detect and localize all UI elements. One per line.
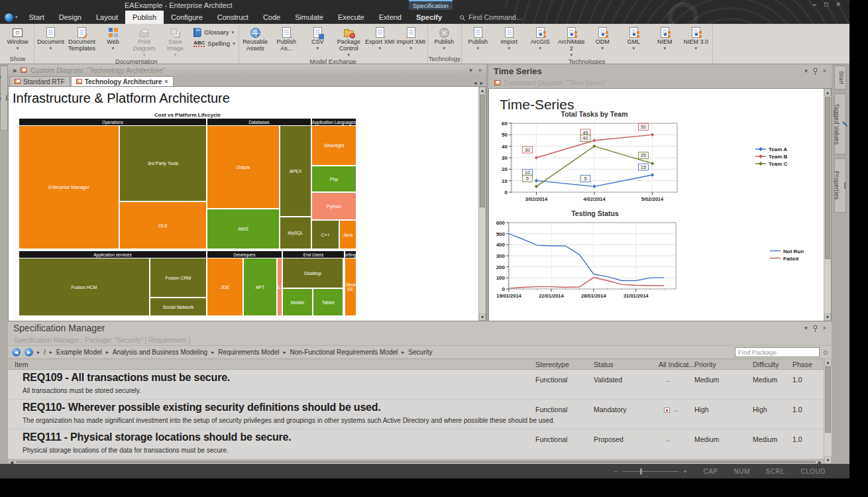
ribbon-button-document[interactable]: Document▾ bbox=[35, 25, 66, 58]
treemap-cell-apex[interactable]: APEX bbox=[280, 126, 311, 216]
menu-tab-execute[interactable]: Execute bbox=[331, 11, 372, 24]
spec-column-priority[interactable]: Priority bbox=[694, 360, 716, 368]
close-button[interactable]: × bbox=[836, 1, 840, 8]
scrollbar-thumb[interactable] bbox=[825, 97, 830, 259]
scroll-down-icon[interactable]: ▼ bbox=[479, 313, 486, 321]
spec-column-all-indicat[interactable]: All Indicat... bbox=[659, 360, 694, 368]
spec-row-req111[interactable]: REQ111 - Physical storage locations shou… bbox=[8, 429, 824, 459]
spec-column-stereotype[interactable]: Stereotype bbox=[535, 360, 569, 368]
breadcrumb-item-analysis-and-business-modeling[interactable]: Analysis and Business Modeling bbox=[113, 349, 207, 356]
ribbon-button-publish[interactable]: →Publish▾ bbox=[462, 25, 494, 58]
scroll-down-icon[interactable]: ▼ bbox=[824, 313, 831, 321]
tab-close-icon[interactable]: × bbox=[164, 78, 168, 85]
menu-tab-publish[interactable]: Publish bbox=[125, 11, 164, 24]
ribbon-button-export-xmi[interactable]: →Export XMI▾ bbox=[364, 25, 396, 58]
scroll-up-icon[interactable]: ▲ bbox=[479, 87, 486, 94]
ribbon-button-glossary[interactable]: Glossary▾ bbox=[191, 28, 238, 36]
pin-icon[interactable] bbox=[814, 68, 817, 72]
panel-close-icon[interactable]: × bbox=[823, 68, 826, 74]
ribbon-button-web[interactable]: Web▾ bbox=[97, 25, 129, 58]
panel-close-icon[interactable]: × bbox=[823, 325, 826, 331]
treemap-cell-python[interactable]: Python bbox=[312, 193, 356, 219]
breadcrumb-item-non-functional-requirements-model[interactable]: Non-Functional Requirements Model bbox=[290, 349, 398, 356]
spec-column-difficulty[interactable]: Difficulty bbox=[753, 360, 779, 368]
zoom-in-icon[interactable]: + bbox=[683, 468, 687, 475]
menu-tab-simulate[interactable]: Simulate bbox=[288, 11, 331, 24]
minimize-button[interactable]: – bbox=[813, 1, 817, 8]
breadcrumb-item-security[interactable]: Security bbox=[408, 349, 432, 356]
diagram-canvas[interactable]: Infrastructure & Platform Architecture C… bbox=[8, 86, 486, 321]
zoom-slider-thumb[interactable] bbox=[640, 469, 642, 474]
tab-scroll-left-icon[interactable]: ◂ bbox=[474, 80, 477, 86]
pin-icon[interactable] bbox=[814, 325, 817, 329]
search-icon[interactable] bbox=[824, 351, 828, 355]
treemap-cell-mobile[interactable]: Mobile bbox=[283, 289, 312, 315]
ribbon-button-gml[interactable]: GML▾ bbox=[618, 25, 649, 58]
ribbon-button-document-templates[interactable]: Document Templates bbox=[66, 25, 97, 58]
ribbon-button-spelling[interactable]: ABCSpelling▾ bbox=[191, 39, 238, 48]
zoom-control[interactable]: − + bbox=[614, 468, 688, 475]
ribbon-button-archimate-2[interactable]: ArchiMate 2▾ bbox=[556, 25, 587, 58]
diagram-tab-standard-rtf[interactable]: Standard RTF bbox=[9, 76, 70, 86]
breadcrumb-item-requirements-model[interactable]: Requirements Model bbox=[218, 349, 279, 356]
timeseries-canvas[interactable]: Time-Series Total Tasks by Team 01020304… bbox=[488, 88, 832, 321]
ribbon-button-arcgis[interactable]: ArcGIS▾ bbox=[525, 25, 556, 58]
spec-column-item[interactable]: Item bbox=[15, 360, 28, 368]
menu-tab-code[interactable]: Code bbox=[256, 11, 288, 24]
element-flag-icon[interactable] bbox=[664, 408, 670, 413]
menu-tab-specify[interactable]: Specify bbox=[409, 11, 449, 24]
navigate-indicator-icon[interactable]: → bbox=[664, 376, 671, 384]
scroll-up-icon[interactable]: ▲ bbox=[824, 89, 831, 96]
ribbon-button-niem-3-0[interactable]: NIEM 3.0▾ bbox=[680, 25, 712, 58]
treemap-cell-silverlight[interactable]: Silverlight bbox=[312, 126, 356, 165]
breadcrumb-item-[interactable]: / bbox=[44, 349, 46, 356]
timeseries-vertical-scrollbar[interactable]: ▲ ▼ bbox=[824, 89, 831, 321]
ribbon-button-import-xmi[interactable]: →Import XMI▾ bbox=[396, 25, 427, 58]
breadcrumb-item-example-model[interactable]: Example Model bbox=[56, 349, 102, 356]
treemap-cell-3rd-party-tools[interactable]: 3rd Party Tools bbox=[120, 126, 206, 201]
ribbon-button-import[interactable]: →Import▾ bbox=[494, 25, 525, 58]
scroll-down-icon[interactable]: ▼ bbox=[824, 457, 832, 464]
treemap-cell-java-ee[interactable]: Java EE bbox=[345, 258, 356, 315]
treemap-cell-fusion-hcm[interactable]: Fusion HCM bbox=[19, 258, 149, 315]
diagram-vertical-scrollbar[interactable]: ▲ ▼ bbox=[478, 87, 486, 321]
sidebar-tab-project-browser[interactable]: Project Browser bbox=[0, 66, 8, 131]
ribbon-button-niem[interactable]: NIEM▾ bbox=[649, 25, 680, 58]
zoom-slider[interactable] bbox=[623, 471, 678, 472]
spec-column-phase[interactable]: Phase bbox=[792, 360, 812, 368]
chevron-double-icon[interactable]: » bbox=[13, 66, 17, 74]
scrollbar-thumb[interactable] bbox=[825, 366, 831, 433]
ribbon-button-odm[interactable]: ODM▾ bbox=[587, 25, 618, 58]
spec-row-req110[interactable]: REQ110- Wherever possible existing secur… bbox=[8, 400, 824, 429]
panel-dropdown-icon[interactable]: ▾ bbox=[469, 67, 472, 74]
spec-row-req109[interactable]: REQ109 - All transactions must be secure… bbox=[8, 370, 824, 400]
treemap-cell-c[interactable]: C++ bbox=[312, 221, 339, 248]
treemap-cell-apt[interactable]: APT bbox=[244, 258, 276, 315]
treemap-cell-php[interactable]: Php bbox=[312, 166, 356, 192]
scrollbar-thumb[interactable] bbox=[480, 95, 485, 207]
menu-tab-construct[interactable]: Construct bbox=[210, 11, 256, 24]
diagram-tab-technology-architecture[interactable]: Technology Architecture× bbox=[71, 76, 174, 86]
treemap-cell-sle[interactable]: SLE bbox=[278, 258, 282, 315]
navigate-forward-button[interactable]: ▶ bbox=[25, 348, 33, 357]
ribbon-button-package-control[interactable]: Package Control▾ bbox=[333, 25, 364, 58]
navigate-indicator-icon[interactable]: → bbox=[673, 406, 680, 414]
treemap-cell-social-network[interactable]: Social Network bbox=[150, 298, 206, 315]
sidebar-tab-properties[interactable]: Properties bbox=[834, 158, 846, 213]
scroll-up-icon[interactable]: ▲ bbox=[824, 359, 832, 366]
app-logo-icon[interactable] bbox=[5, 13, 13, 22]
spec-horizontal-scrollbar[interactable]: ◀ ▶ bbox=[8, 459, 824, 464]
ribbon-button-reusable-assets[interactable]: Reusable Assets bbox=[240, 25, 271, 58]
menu-tab-design[interactable]: Design bbox=[52, 11, 89, 24]
tab-scroll-right-icon[interactable]: ▸ bbox=[480, 80, 483, 86]
treemap-cell-mysql[interactable]: MySQL bbox=[280, 217, 311, 248]
treemap-cell-java[interactable]: Java bbox=[340, 221, 356, 248]
treemap-cell-desktop[interactable]: Desktop bbox=[283, 258, 343, 288]
ribbon-button-publish[interactable]: Publish▾ bbox=[429, 25, 460, 55]
sidebar-tab-tagged-values[interactable]: Tagged Values bbox=[834, 93, 846, 154]
spec-column-status[interactable]: Status bbox=[594, 360, 614, 368]
app-menu-dropdown-icon[interactable]: ▾ bbox=[15, 15, 18, 20]
treemap-cell-oracle[interactable]: Oracle bbox=[207, 126, 279, 208]
scrollbar-thumb[interactable] bbox=[16, 461, 816, 463]
zoom-out-icon[interactable]: − bbox=[614, 468, 618, 475]
